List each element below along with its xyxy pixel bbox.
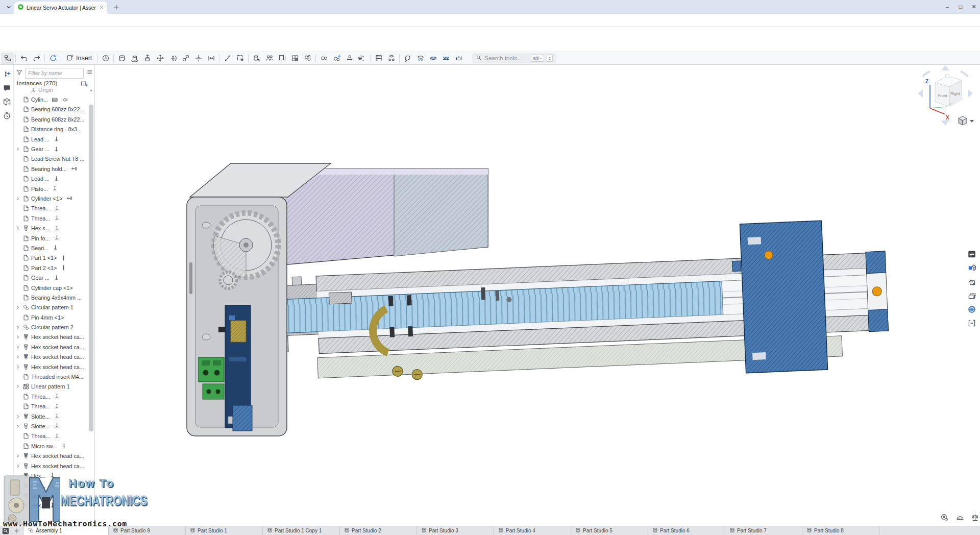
rotate-part-icon[interactable] xyxy=(128,53,141,64)
new-element-tab-icon[interactable] xyxy=(13,527,21,534)
insert-button[interactable]: Insert xyxy=(63,53,95,64)
redo-icon[interactable] xyxy=(30,53,43,64)
cylindrical-mate-icon[interactable] xyxy=(427,53,439,64)
expand-chevron-icon[interactable] xyxy=(14,414,22,420)
tab-close-icon[interactable] xyxy=(99,3,104,12)
instance-row[interactable]: Threa... xyxy=(14,402,89,411)
instance-row[interactable]: Hex... xyxy=(14,491,89,500)
instance-row[interactable]: Distance ring - 8x3... xyxy=(14,125,89,134)
tab-part-studio-8[interactable]: Part Studio 8 xyxy=(802,526,879,535)
instance-row[interactable]: Micro sw... xyxy=(14,441,89,451)
instance-row[interactable]: Cylin... xyxy=(14,94,89,104)
instance-row[interactable]: Slotte... xyxy=(14,421,89,431)
hide-part-icon[interactable] xyxy=(115,53,128,64)
instance-row[interactable]: Threaded insert M4... xyxy=(14,372,89,381)
instance-row[interactable]: Bearing 608zz 8x22... xyxy=(14,114,89,124)
instance-row[interactable]: Hex... xyxy=(14,471,89,480)
ball-mate-icon[interactable] xyxy=(452,53,465,64)
mate-connector-add-icon[interactable] xyxy=(2,69,12,79)
instance-row[interactable]: Lead ... xyxy=(14,174,89,184)
instance-row[interactable]: Pin fo... xyxy=(14,233,89,243)
new-tab-button[interactable] xyxy=(112,3,120,11)
instance-row[interactable]: Bearing 608zz 8x22... xyxy=(14,105,89,114)
duplicate-icon[interactable] xyxy=(276,53,288,64)
tab-part-studio-1-copy-1[interactable]: Part Studio 1 Copy 1 xyxy=(263,526,340,535)
render-panel-icon[interactable] xyxy=(966,303,978,315)
instance-row[interactable]: Threa... xyxy=(14,392,89,401)
part-query-icon[interactable]: ? xyxy=(2,96,12,107)
configurations-panel-icon[interactable] xyxy=(966,317,978,329)
named-views-icon[interactable] xyxy=(263,53,276,64)
expand-chevron-icon[interactable] xyxy=(14,364,22,370)
instance-row[interactable]: Gear ... xyxy=(14,144,89,154)
instance-row[interactable]: Threa... xyxy=(14,213,89,223)
scroll-down-icon[interactable]: ▼ xyxy=(89,520,93,524)
view-cube[interactable]: Z X Y Front Right xyxy=(914,63,978,130)
exploded-view-icon[interactable] xyxy=(385,53,398,64)
expand-chevron-icon[interactable] xyxy=(14,502,22,508)
tab-search-caret-icon[interactable] xyxy=(4,3,13,12)
instance-row[interactable]: Cylinder <1> xyxy=(14,193,89,203)
tape-measure-icon[interactable] xyxy=(939,513,949,522)
tab-part-studio-5[interactable]: Part Studio 5 xyxy=(571,526,648,535)
expand-chevron-icon[interactable] xyxy=(14,146,22,152)
instance-row[interactable]: Circular pattern 1 xyxy=(14,303,89,312)
instance-row[interactable]: Hex socket head ca... xyxy=(14,342,89,352)
filter-input[interactable] xyxy=(25,68,84,79)
instance-row[interactable]: Hex socket head ca... xyxy=(14,332,89,342)
select-region-icon[interactable] xyxy=(234,53,247,64)
expand-chevron-icon[interactable] xyxy=(14,334,22,340)
tab-part-studio-1[interactable]: Part Studio 1 xyxy=(186,526,263,535)
instance-row[interactable]: Part 1 <1> xyxy=(14,253,89,263)
scroll-up-icon[interactable]: ▲ xyxy=(89,88,93,92)
comments-panel-icon[interactable] xyxy=(966,248,978,260)
instance-row[interactable]: Lead Screw Nut T8 ... xyxy=(14,154,89,164)
expand-chevron-icon[interactable] xyxy=(14,196,22,202)
tab-part-studio-2[interactable]: Part Studio 2 xyxy=(340,526,417,535)
export-panel-icon[interactable] xyxy=(966,276,978,287)
gear-relation-icon[interactable] xyxy=(317,53,330,64)
instance-row[interactable]: Threa... xyxy=(14,204,89,213)
expand-chevron-icon[interactable] xyxy=(14,482,22,489)
viewcube-front-face[interactable]: Front xyxy=(938,93,947,98)
scrollbar-thumb[interactable] xyxy=(89,105,93,431)
instance-row[interactable]: Origin xyxy=(14,88,89,94)
insert-part-icon[interactable] xyxy=(250,53,263,64)
list-view-icon[interactable] xyxy=(86,68,93,78)
history-icon[interactable] xyxy=(99,53,112,64)
rack-relation-icon[interactable] xyxy=(343,53,356,64)
tab-part-studio-6[interactable]: Part Studio 6 xyxy=(648,526,725,535)
browser-tab[interactable]: Linear Servo Actuator | Assemb xyxy=(14,2,107,14)
window-maximize-button[interactable]: □ xyxy=(955,2,966,12)
expand-chevron-icon[interactable] xyxy=(14,493,22,499)
comments-icon[interactable] xyxy=(2,83,12,93)
expand-chevron-icon[interactable] xyxy=(14,383,22,390)
tab-part-studio-3[interactable]: Part Studio 3 xyxy=(417,526,494,535)
instance-row[interactable]: Slotte... xyxy=(14,411,89,421)
instance-row[interactable]: Hex socket head ca... xyxy=(14,352,89,362)
instance-row[interactable]: Circular pattern 2 xyxy=(14,322,89,332)
instance-row[interactable]: Gear ... xyxy=(14,273,89,282)
tab-assembly-1[interactable]: Assembly 1 xyxy=(24,526,109,535)
tab-part-studio-4[interactable]: Part Studio 4 xyxy=(494,526,571,535)
section-view-panel-icon[interactable] xyxy=(966,289,978,301)
viewcube-right-face[interactable]: Right xyxy=(950,91,960,96)
window-minimize-button[interactable]: – xyxy=(942,2,952,12)
view-options-cube-icon[interactable] xyxy=(959,116,974,125)
model-viewport[interactable] xyxy=(95,65,980,526)
expand-chevron-icon[interactable] xyxy=(14,344,22,350)
limit-mate-icon[interactable] xyxy=(205,53,217,64)
protractor-icon[interactable] xyxy=(954,513,965,522)
move-rotate-icon[interactable] xyxy=(166,53,179,64)
expand-chevron-icon[interactable] xyxy=(14,304,22,310)
instance-row[interactable]: Lead ... xyxy=(14,134,89,144)
instance-row[interactable]: Cylinder cap <1> xyxy=(14,283,89,293)
planar-mate-icon[interactable] xyxy=(439,53,452,64)
raise-part-icon[interactable] xyxy=(141,53,154,64)
instance-row[interactable]: Part 2 <1> xyxy=(14,263,89,273)
display-panes-icon[interactable] xyxy=(288,53,301,64)
filter-funnel-icon[interactable] xyxy=(16,68,23,78)
instance-row[interactable]: Beari... xyxy=(14,243,89,253)
center-part-icon[interactable] xyxy=(192,53,205,64)
undo-icon[interactable] xyxy=(17,53,30,64)
